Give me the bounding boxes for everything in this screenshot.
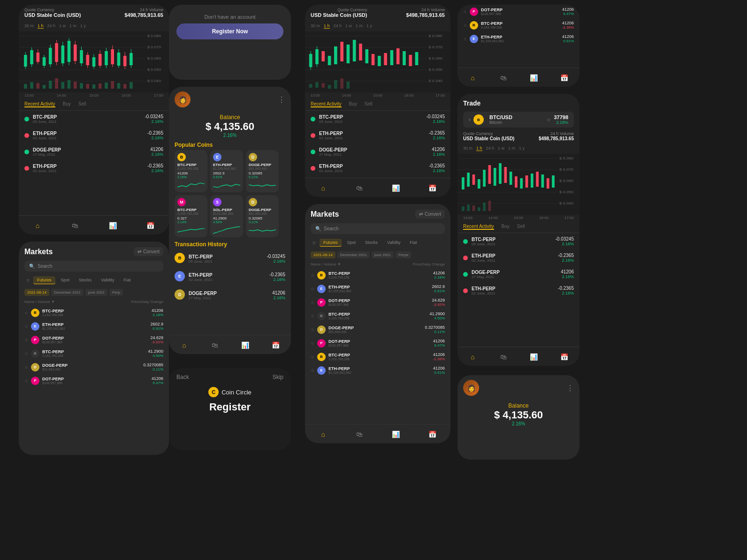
nav-shop[interactable]: 🛍 (498, 73, 509, 83)
nav-calendar[interactable]: 📅 (559, 73, 570, 83)
tab-30m[interactable]: 30 m (24, 23, 34, 29)
tab-30m[interactable]: 30 m (311, 23, 320, 29)
tab-24h[interactable]: 24 h (486, 146, 495, 151)
convert-button[interactable]: ⇄ Convert (134, 247, 163, 256)
coin-card-sol[interactable]: S SOL-PERP $123,380,399 41.2900 4.50% (210, 195, 243, 237)
doge-icon: D (317, 325, 326, 334)
search-bar[interactable]: 🔍 Search (311, 223, 445, 234)
nav-calendar[interactable]: 📅 (271, 340, 281, 350)
tab-1h[interactable]: 1 h (476, 146, 482, 151)
nav-home[interactable]: ⌂ (318, 183, 328, 193)
tab-1y[interactable]: 1 y (366, 23, 372, 29)
star-icon[interactable]: ☆ (463, 37, 467, 41)
nav-chart[interactable]: 📊 (107, 220, 118, 231)
date-tab-4[interactable]: Perp (109, 289, 123, 296)
back-button[interactable]: Back (176, 374, 189, 380)
nav-chart[interactable]: 📊 (391, 429, 401, 439)
star-icon[interactable]: ☆ (463, 9, 467, 14)
tab-stocks[interactable]: Stocks (361, 239, 381, 247)
sparkline-eth (213, 180, 240, 189)
date-tab-1[interactable]: 2021-06-14 (311, 251, 335, 258)
tab-24h[interactable]: 24 h (47, 23, 56, 29)
tab-recent[interactable]: Recent Activity (24, 101, 55, 107)
nav-home[interactable]: ⌂ (32, 220, 43, 231)
coin-card-btc[interactable]: B BTC-PERP 3,163,766,358 41206 2.16% (175, 150, 207, 192)
tab-validity[interactable]: Validity (383, 239, 404, 247)
back-arrow[interactable]: ‹ (469, 116, 471, 123)
coin-card-doge2[interactable]: D DOGE-PERP $91,983,400 0.32085 0.11% (246, 195, 279, 237)
tab-1h[interactable]: 1 h (324, 23, 330, 29)
tab-buy[interactable]: Buy (63, 101, 71, 107)
date-tab-2[interactable]: December 2021 (51, 289, 84, 296)
coin-card-dot[interactable]: M BTC-PERP 3,163,766,268 0.327 2.14% (175, 195, 207, 237)
tab-1y[interactable]: 1 y (80, 23, 86, 29)
tab-spot[interactable]: Spot (343, 239, 360, 247)
btc-icon: B (317, 353, 326, 361)
nav-shop[interactable]: 🛍 (354, 429, 365, 439)
skip-button[interactable]: Skip (273, 374, 283, 380)
tab-fiat[interactable]: Fiat (406, 239, 420, 247)
tab-1m[interactable]: 1 m (356, 23, 363, 29)
coin-card-doge[interactable]: D DOGE-PERP $91,983,400 0.32085 0.11% (246, 150, 279, 192)
tab-futures[interactable]: Futures (33, 276, 55, 284)
nav-shop[interactable]: 🛍 (70, 220, 80, 231)
markets-title: Markets (24, 248, 53, 256)
date-tab-3[interactable]: june 2021 (372, 251, 394, 258)
tab-30m[interactable]: 30 m (463, 146, 473, 151)
star-filter[interactable]: ☆ (311, 239, 318, 247)
tab-1m[interactable]: 1 m (508, 146, 515, 151)
tab-1h[interactable]: 1 h (38, 23, 44, 29)
nav-chart[interactable]: 📊 (529, 73, 539, 83)
more-icon[interactable]: ⋮ (566, 384, 574, 393)
date-tab-3[interactable]: june 2021 (85, 289, 107, 296)
date-tab-2[interactable]: December 2021 (337, 251, 370, 258)
tab-futures[interactable]: Futures (320, 239, 342, 247)
svg-text:$ 0.050: $ 0.050 (429, 67, 443, 71)
avatar[interactable]: 👩 (175, 91, 191, 107)
tab-spot[interactable]: Spot (57, 276, 74, 284)
nav-calendar[interactable]: 📅 (427, 183, 437, 193)
date-tab-4[interactable]: Perpe (396, 251, 411, 258)
nav-shop[interactable]: 🛍 (354, 183, 365, 193)
tab-recent[interactable]: Recent Activity (311, 101, 342, 107)
convert-button[interactable]: ⇄ Convert (415, 210, 445, 219)
tab-sell[interactable]: Sell (517, 224, 525, 230)
tab-1y[interactable]: 1 y (519, 146, 525, 151)
nav-calendar[interactable]: 📅 (559, 352, 570, 362)
tab-sell[interactable]: Sell (365, 101, 373, 107)
tab-1m[interactable]: 1 m (69, 23, 76, 29)
tab-recent[interactable]: Recent Activity (463, 224, 494, 230)
nav-calendar[interactable]: 📅 (145, 220, 155, 231)
tab-stocks[interactable]: Stocks (75, 276, 95, 284)
coin-card-eth[interactable]: E ETH-PERP $1,335,942,982 2602.9 0.91% (210, 150, 243, 192)
tab-sell[interactable]: Sell (78, 101, 86, 107)
nav-shop[interactable]: 🛍 (210, 340, 220, 350)
nav-chart[interactable]: 📊 (240, 340, 251, 350)
star-icon[interactable]: ☆ (463, 23, 467, 28)
coin-selector[interactable]: ‹ B BTC/USD Bitcoin ☆ 37798 2.18% (463, 112, 574, 128)
nav-home[interactable]: ⌂ (179, 340, 190, 350)
nav-chart[interactable]: 📊 (391, 183, 401, 193)
tab-1w[interactable]: 1 w (498, 146, 504, 151)
search-bar[interactable]: 🔍 Search (24, 261, 163, 272)
nav-shop[interactable]: 🛍 (498, 352, 509, 362)
tab-buy[interactable]: Buy (349, 101, 357, 107)
tab-buy[interactable]: Buy (502, 224, 510, 230)
star-filter[interactable]: ☆ (24, 276, 31, 284)
date-tab-1[interactable]: 2021-06-14 (24, 289, 49, 296)
nav-chart[interactable]: 📊 (529, 352, 539, 362)
coin-sub: Bitcoin (489, 120, 544, 125)
tab-1w[interactable]: 1 w (59, 23, 66, 29)
nav-home[interactable]: ⌂ (468, 352, 478, 362)
nav-home[interactable]: ⌂ (318, 429, 328, 439)
tab-validity[interactable]: Validity (97, 276, 118, 284)
nav-home[interactable]: ⌂ (468, 73, 478, 83)
tab-fiat[interactable]: Fiat (120, 276, 134, 284)
tab-24h[interactable]: 24 h (334, 23, 342, 29)
nav-calendar[interactable]: 📅 (427, 429, 437, 439)
more-icon[interactable]: ⋮ (278, 95, 285, 104)
star-icon[interactable]: ☆ (547, 117, 551, 122)
tab-1w[interactable]: 1 w (345, 23, 352, 29)
avatar[interactable]: 👩 (463, 380, 479, 396)
register-now-button[interactable]: Register Now (176, 23, 283, 39)
